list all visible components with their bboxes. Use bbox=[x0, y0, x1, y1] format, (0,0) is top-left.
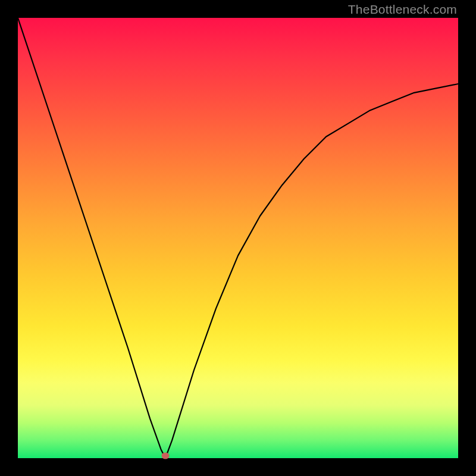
bottleneck-curve bbox=[18, 18, 458, 458]
watermark-text: TheBottleneck.com bbox=[348, 2, 457, 17]
minimum-marker bbox=[161, 453, 169, 459]
chart-frame: TheBottleneck.com bbox=[0, 0, 476, 476]
plot-area bbox=[18, 18, 458, 458]
